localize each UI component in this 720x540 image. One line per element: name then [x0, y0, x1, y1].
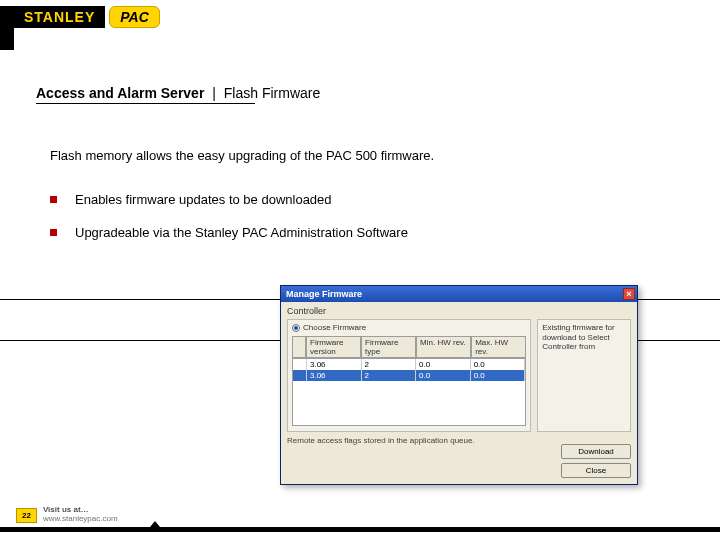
close-button[interactable]: Close	[561, 463, 631, 478]
stanley-logo: STANLEY	[14, 6, 105, 28]
cell: 0.0	[471, 370, 526, 381]
radio-icon	[292, 324, 300, 332]
table-row[interactable]: 3.06 2 0.0 0.0	[293, 359, 525, 370]
dialog-titlebar[interactable]: Manage Firmware ×	[281, 286, 637, 302]
col-type: Firmware type	[361, 336, 416, 358]
title-sub: Flash Firmware	[224, 85, 320, 101]
dialog-title: Manage Firmware	[286, 289, 362, 299]
section-label: Controller	[287, 306, 631, 316]
firmware-fieldset: Choose Firmware Firmware version Firmwar…	[287, 319, 531, 432]
help-box: Existing firmware for download to Select…	[537, 319, 631, 432]
col-minhw: Min. HW rev.	[416, 336, 471, 358]
black-strip-under	[0, 28, 14, 50]
title-main: Access and Alarm Server	[36, 85, 204, 101]
pac-logo: PAC	[109, 6, 160, 28]
cell: 0.0	[471, 359, 526, 370]
table-row[interactable]: 3.06 2 0.0 0.0	[293, 370, 525, 381]
cell	[293, 370, 307, 381]
cell	[293, 359, 307, 370]
header-logos: STANLEY PAC	[0, 6, 160, 28]
title-divider: |	[212, 85, 216, 101]
cell: 3.06	[307, 370, 362, 381]
square-bullet-icon	[50, 196, 57, 203]
title-underline	[36, 103, 255, 104]
slide-number: 22	[16, 508, 37, 523]
grid-header: Firmware version Firmware type Min. HW r…	[292, 336, 526, 358]
footer-line2: www.stanleypac.com	[43, 515, 118, 524]
radio-label: Choose Firmware	[303, 323, 366, 332]
bullet-item: Enables firmware updates to be downloade…	[50, 192, 408, 207]
col-maxhw: Max. HW rev.	[471, 336, 526, 358]
cell: 0.0	[416, 370, 471, 381]
cell: 3.06	[307, 359, 362, 370]
bullet-text: Upgradeable via the Stanley PAC Administ…	[75, 225, 408, 240]
close-icon[interactable]: ×	[623, 288, 635, 300]
slide-footer: 22 Visit us at… www.stanleypac.com	[16, 506, 118, 524]
firmware-grid[interactable]: 3.06 2 0.0 0.0 3.06 2 0.0 0.0	[292, 358, 526, 426]
manage-firmware-dialog: Manage Firmware × Controller Choose Firm…	[280, 285, 638, 485]
intro-text: Flash memory allows the easy upgrading o…	[50, 148, 434, 163]
bullet-text: Enables firmware updates to be downloade…	[75, 192, 332, 207]
footer-text: Visit us at… www.stanleypac.com	[43, 506, 118, 524]
bullet-item: Upgradeable via the Stanley PAC Administ…	[50, 225, 408, 240]
col-version: Firmware version	[306, 336, 361, 358]
bullet-list: Enables firmware updates to be downloade…	[50, 192, 408, 258]
download-button[interactable]: Download	[561, 444, 631, 459]
col-checkbox	[292, 336, 306, 358]
cell: 0.0	[416, 359, 471, 370]
cell: 2	[362, 370, 417, 381]
cell: 2	[362, 359, 417, 370]
footer-bar	[0, 527, 720, 532]
square-bullet-icon	[50, 229, 57, 236]
slide-title: Access and Alarm Server | Flash Firmware	[36, 85, 320, 101]
choose-firmware-radio[interactable]: Choose Firmware	[292, 323, 526, 332]
black-bar	[0, 6, 14, 28]
